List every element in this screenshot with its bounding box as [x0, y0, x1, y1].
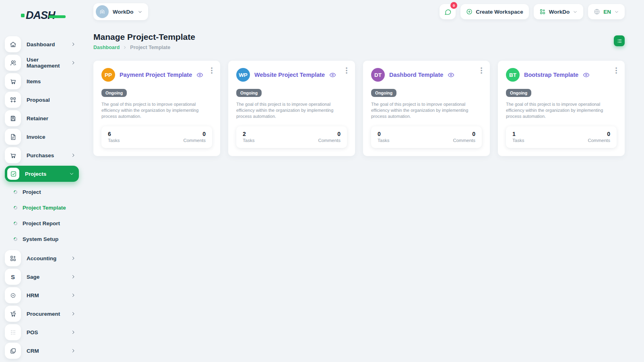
card-stats: 1 Tasks 0 Comments — [506, 126, 617, 148]
template-card: ••• PP Payment Project Template Ongoing … — [93, 61, 220, 156]
comments-count: 0 — [453, 131, 475, 137]
sidebar-item-retainer[interactable]: Retainer — [5, 110, 79, 126]
header-actions: 0 Create Workspace WorkDo EN — [440, 4, 625, 19]
template-card: ••• DT Dashbord Template Ongoing The goa… — [363, 61, 490, 156]
sidebar-item-user-management[interactable]: User Management — [5, 55, 79, 71]
tasks-count: 1 — [512, 131, 524, 137]
language-dropdown[interactable]: EN — [588, 4, 625, 19]
chevron-right-icon — [71, 293, 76, 298]
chevron-down-icon — [138, 10, 142, 14]
chevron-right-icon — [71, 330, 76, 335]
eye-icon[interactable] — [329, 72, 336, 78]
card-title-link[interactable]: Dashbord Template — [389, 72, 443, 78]
card-menu-button[interactable]: ••• — [344, 67, 349, 74]
sidebar-item-accounting[interactable]: Accounting — [5, 250, 79, 266]
sidebar-subitem-system-setup[interactable]: System Setup — [14, 231, 84, 247]
eye-icon[interactable] — [196, 72, 203, 78]
sidebar-item-label: POS — [27, 329, 71, 335]
chevron-right-icon — [71, 311, 76, 316]
avatar: WP — [236, 68, 250, 82]
chat-icon — [444, 8, 452, 16]
app-logo[interactable]: DASH — [0, 6, 84, 25]
comments-label: Comments — [318, 138, 341, 143]
card-description: The goal of this project is to improve o… — [101, 101, 208, 120]
sidebar-item-label: Invoice — [27, 134, 76, 140]
sidebar-item-label: Procurement — [27, 311, 71, 317]
comments-count: 0 — [183, 131, 206, 137]
sidebar-item-procurement[interactable]: Procurement — [5, 306, 79, 322]
sidebar-item-items[interactable]: Items — [5, 73, 79, 89]
sidebar-item-label: Purchases — [27, 152, 71, 158]
comments-label: Comments — [588, 138, 610, 143]
breadcrumb-dashboard-link[interactable]: Dashboard — [93, 45, 120, 50]
chevron-right-icon — [123, 45, 127, 49]
grid-plus-icon — [5, 250, 21, 266]
avatar: DT — [371, 68, 385, 82]
template-card: ••• BT Bootstrap Template Ongoing The go… — [498, 61, 625, 156]
sidebar-item-invoice[interactable]: Invoice — [5, 129, 79, 145]
bullet-icon — [13, 237, 18, 242]
tasks-label: Tasks — [378, 138, 389, 143]
messages-button[interactable]: 0 — [440, 4, 456, 19]
sidebar: DASH Dashboard User Management Items Pro… — [0, 0, 84, 362]
sidebar-item-crm[interactable]: CRM — [5, 343, 79, 359]
invoice-icon — [5, 129, 21, 145]
tasks-count: 0 — [378, 131, 389, 137]
chevron-right-icon — [71, 274, 76, 279]
list-view-toggle-button[interactable] — [614, 35, 625, 46]
sidebar-subitem-project-report[interactable]: Project Report — [14, 216, 84, 231]
card-menu-button[interactable]: ••• — [209, 67, 215, 74]
sidebar-item-projects[interactable]: Projects — [5, 166, 79, 182]
chevron-right-icon — [71, 348, 76, 353]
workspace-selector[interactable]: WorkDo — [93, 3, 148, 20]
cart-icon — [5, 147, 21, 163]
eye-icon[interactable] — [448, 72, 454, 78]
sidebar-item-pos[interactable]: POS — [5, 324, 79, 340]
tasks-count: 6 — [108, 131, 120, 137]
card-menu-button[interactable]: ••• — [613, 67, 619, 74]
tasks-label: Tasks — [243, 138, 254, 143]
eye-icon[interactable] — [583, 72, 590, 78]
sidebar-item-hrm[interactable]: HRM — [5, 287, 79, 303]
grid-plus-icon — [539, 8, 546, 15]
chevron-down-icon — [614, 10, 619, 14]
sidebar-subitem-project-template[interactable]: Project Template — [14, 200, 84, 216]
sidebar-item-purchases[interactable]: Purchases — [5, 147, 79, 163]
sidebar-item-sage[interactable]: S Sage — [5, 269, 79, 285]
building-icon — [99, 8, 105, 15]
card-stats: 0 Tasks 0 Comments — [371, 126, 482, 148]
card-stats: 6 Tasks 0 Comments — [101, 126, 212, 148]
chevron-right-icon — [71, 153, 76, 158]
breadcrumb: Dashboard Project Template — [93, 45, 195, 50]
browser-icon — [5, 343, 21, 359]
tasks-count: 2 — [243, 131, 254, 137]
users-icon — [5, 55, 21, 71]
sidebar-item-proposal[interactable]: Proposal — [5, 92, 79, 108]
sidebar-item-label: Proposal — [27, 97, 76, 103]
sidebar-item-label: Accounting — [27, 255, 71, 261]
apps-workdo-dropdown[interactable]: WorkDo — [534, 4, 584, 19]
card-menu-button[interactable]: ••• — [479, 67, 484, 74]
dots-grid-icon — [5, 324, 21, 340]
cart-check-icon — [5, 306, 21, 322]
apps-workdo-label: WorkDo — [549, 9, 570, 15]
sidebar-item-label: Dashboard — [27, 41, 71, 47]
sidebar-item-label: Projects — [25, 171, 69, 177]
sidebar-subitem-project[interactable]: Project — [14, 184, 84, 200]
card-description: The goal of this project is to improve o… — [506, 101, 612, 120]
chevron-right-icon — [71, 42, 76, 47]
create-workspace-label: Create Workspace — [476, 9, 523, 15]
card-title-link[interactable]: Website Project Template — [254, 72, 325, 78]
target-icon — [5, 287, 21, 303]
status-badge: Ongoing — [506, 89, 531, 97]
sidebar-subitem-label: Project — [23, 189, 41, 195]
sidebar-item-dashboard[interactable]: Dashboard — [5, 36, 79, 52]
bullet-icon — [13, 189, 18, 195]
sage-letter-icon: S — [5, 269, 21, 285]
chevron-down-icon — [573, 10, 578, 14]
status-badge: Ongoing — [236, 89, 262, 97]
create-workspace-button[interactable]: Create Workspace — [460, 4, 529, 19]
card-title-link[interactable]: Payment Project Template — [120, 72, 192, 78]
card-title-link[interactable]: Bootstrap Template — [524, 72, 578, 78]
breadcrumb-current: Project Template — [130, 45, 170, 50]
